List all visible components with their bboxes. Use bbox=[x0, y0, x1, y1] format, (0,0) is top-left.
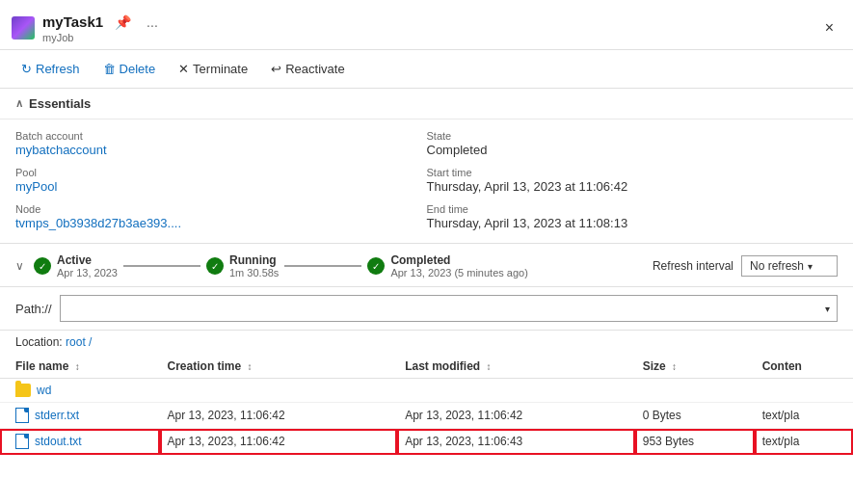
file-name-cell: stderr.txt bbox=[0, 403, 160, 429]
file-last-modified bbox=[397, 379, 635, 403]
timeline-line-1 bbox=[123, 265, 200, 267]
file-content-type: text/pla bbox=[755, 429, 853, 455]
terminate-button[interactable]: ✕ Terminate bbox=[169, 58, 257, 80]
more-icon[interactable]: ... bbox=[143, 13, 162, 32]
file-content-type: text/pla bbox=[755, 403, 853, 429]
path-section: Path:// ▾ bbox=[0, 287, 853, 331]
file-name-cell: wd bbox=[0, 379, 160, 403]
essentials-header[interactable]: ∧ Essentials bbox=[0, 89, 853, 119]
location-path-link[interactable]: root / bbox=[66, 335, 92, 349]
col-creation-time: Creation time ↕ bbox=[160, 355, 398, 379]
timeline-section: ∨ ✓ Active Apr 13, 2023 ✓ Running 1m 30.… bbox=[0, 244, 853, 287]
file-name-label[interactable]: stderr.txt bbox=[35, 409, 79, 422]
running-step-label: Running 1m 30.58s bbox=[229, 253, 279, 279]
col-last-modified: Last modified ↕ bbox=[397, 355, 635, 379]
sort-modified-icon[interactable]: ↕ bbox=[487, 361, 492, 372]
timeline-chevron-icon[interactable]: ∨ bbox=[15, 259, 24, 273]
reactivate-icon: ↩ bbox=[271, 62, 281, 76]
file-creation-time: Apr 13, 2023, 11:06:42 bbox=[160, 403, 398, 429]
chevron-up-icon: ∧ bbox=[15, 97, 23, 110]
file-creation-time bbox=[160, 379, 398, 403]
file-size: 0 Bytes bbox=[635, 403, 755, 429]
node-item: Node tvmps_0b3938d27b3ae393.... bbox=[15, 200, 427, 233]
close-button[interactable]: × bbox=[817, 17, 841, 39]
timeline-step-running: ✓ Running 1m 30.58s bbox=[206, 253, 279, 279]
path-input-wrapper: ▾ bbox=[60, 295, 838, 322]
sort-size-icon[interactable]: ↕ bbox=[672, 361, 677, 372]
sort-filename-icon[interactable]: ↕ bbox=[75, 361, 80, 372]
delete-button[interactable]: 🗑 Delete bbox=[93, 58, 166, 80]
timeline-step-completed: ✓ Completed Apr 13, 2023 (5 minutes ago) bbox=[367, 253, 527, 279]
folder-icon bbox=[15, 384, 31, 397]
start-time-item: Start time Thursday, April 13, 2023 at 1… bbox=[427, 164, 839, 197]
active-step-label: Active Apr 13, 2023 bbox=[57, 253, 118, 279]
reactivate-button[interactable]: ↩ Reactivate bbox=[261, 58, 354, 80]
timeline-step-active: ✓ Active Apr 13, 2023 bbox=[34, 253, 118, 279]
terminate-icon: ✕ bbox=[178, 62, 189, 76]
table-row[interactable]: stdout.txtApr 13, 2023, 11:06:42Apr 13, … bbox=[0, 429, 853, 455]
toolbar: ↻ Refresh 🗑 Delete ✕ Terminate ↩ Reactiv… bbox=[0, 50, 853, 89]
start-time-value: Thursday, April 13, 2023 at 11:06:42 bbox=[427, 179, 839, 194]
col-size: Size ↕ bbox=[635, 355, 755, 379]
file-name-cell: stdout.txt bbox=[0, 429, 160, 455]
path-input[interactable] bbox=[60, 295, 838, 322]
refresh-select-arrow-icon: ▾ bbox=[808, 261, 813, 272]
refresh-icon: ↻ bbox=[21, 62, 32, 76]
pool-item: Pool myPool bbox=[15, 164, 427, 197]
file-icon bbox=[15, 408, 29, 423]
file-table: File name ↕ Creation time ↕ Last modifie… bbox=[0, 355, 853, 455]
file-content-type bbox=[755, 379, 853, 403]
file-creation-time: Apr 13, 2023, 11:06:42 bbox=[160, 429, 398, 455]
title-actions: × bbox=[817, 17, 841, 39]
title-bar: myTask1 📌 ... myJob × bbox=[0, 0, 853, 50]
file-name-wrapper: stdout.txt bbox=[15, 434, 152, 449]
state-value: Completed bbox=[427, 143, 839, 157]
file-icon bbox=[15, 434, 29, 449]
node-link[interactable]: tvmps_0b3938d27b3ae393.... bbox=[15, 216, 427, 230]
title-text-block: myTask1 📌 ... myJob bbox=[42, 13, 162, 43]
sort-creation-icon[interactable]: ↕ bbox=[248, 361, 253, 372]
end-time-item: End time Thursday, April 13, 2023 at 11:… bbox=[427, 200, 839, 233]
file-name-wrapper: wd bbox=[15, 384, 152, 397]
file-name-label[interactable]: stdout.txt bbox=[35, 435, 82, 448]
file-table-section: File name ↕ Creation time ↕ Last modifie… bbox=[0, 355, 853, 455]
completed-step-label: Completed Apr 13, 2023 (5 minutes ago) bbox=[390, 253, 527, 279]
file-name-wrapper: stderr.txt bbox=[15, 408, 152, 423]
pin-icon[interactable]: 📌 bbox=[111, 13, 135, 32]
pool-link[interactable]: myPool bbox=[15, 179, 427, 194]
delete-icon: 🗑 bbox=[103, 62, 116, 76]
file-size: 953 Bytes bbox=[635, 429, 755, 455]
active-step-icon: ✓ bbox=[34, 257, 51, 275]
file-name-label[interactable]: wd bbox=[37, 384, 51, 397]
essentials-grid: Batch account mybatchaccount State Compl… bbox=[0, 119, 853, 244]
batch-account-link[interactable]: mybatchaccount bbox=[15, 143, 427, 157]
subtitle: myJob bbox=[42, 32, 162, 43]
table-row[interactable]: wd bbox=[0, 379, 853, 403]
file-last-modified: Apr 13, 2023, 11:06:42 bbox=[397, 403, 635, 429]
location-bar: Location: root / bbox=[0, 331, 853, 355]
app-icon bbox=[12, 16, 35, 40]
page-title: myTask1 bbox=[42, 13, 103, 30]
refresh-button[interactable]: ↻ Refresh bbox=[12, 58, 90, 80]
title-left: myTask1 📌 ... myJob bbox=[12, 13, 162, 43]
file-size bbox=[635, 379, 755, 403]
refresh-interval-select[interactable]: No refresh ▾ bbox=[741, 255, 838, 277]
batch-account-item: Batch account mybatchaccount bbox=[15, 127, 427, 160]
timeline-line-2 bbox=[284, 265, 361, 267]
completed-step-icon: ✓ bbox=[367, 257, 385, 275]
end-time-value: Thursday, April 13, 2023 at 11:08:13 bbox=[427, 216, 839, 230]
state-item: State Completed bbox=[427, 127, 839, 160]
path-dropdown-arrow-icon[interactable]: ▾ bbox=[825, 304, 830, 314]
col-content: Conten bbox=[755, 355, 853, 379]
table-row[interactable]: stderr.txtApr 13, 2023, 11:06:42Apr 13, … bbox=[0, 403, 853, 429]
running-step-icon: ✓ bbox=[206, 257, 224, 275]
timeline-steps: ∨ ✓ Active Apr 13, 2023 ✓ Running 1m 30.… bbox=[15, 253, 653, 279]
file-last-modified: Apr 13, 2023, 11:06:43 bbox=[397, 429, 635, 455]
table-header-row: File name ↕ Creation time ↕ Last modifie… bbox=[0, 355, 853, 379]
col-filename: File name ↕ bbox=[0, 355, 160, 379]
timeline-right: Refresh interval No refresh ▾ bbox=[653, 255, 838, 277]
